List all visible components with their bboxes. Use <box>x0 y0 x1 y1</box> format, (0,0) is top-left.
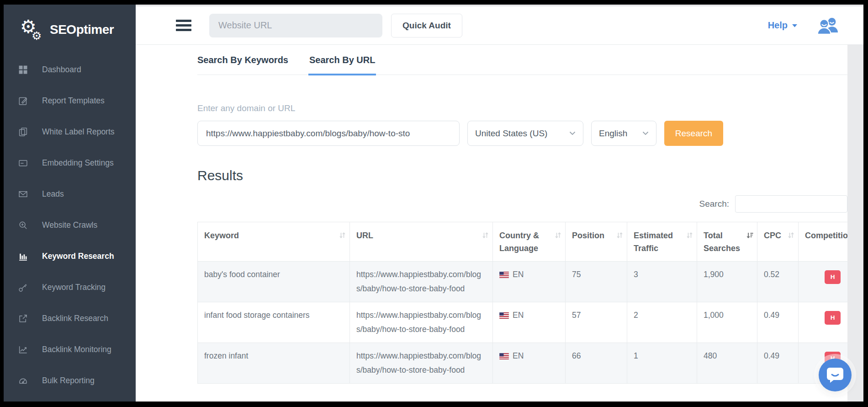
tab-search-by-keywords[interactable]: Search By Keywords <box>197 55 288 75</box>
us-flag-icon <box>499 353 509 359</box>
country-select[interactable]: United States (US) <box>467 121 583 146</box>
sort-icon[interactable] <box>616 230 623 243</box>
language-select-value: English <box>599 129 627 139</box>
sidebar-item-dashboard[interactable]: Dashboard <box>4 54 136 85</box>
column-header-cpc[interactable]: CPC <box>757 222 799 262</box>
country-language-cell: EN <box>493 302 566 343</box>
country-language-cell: EN <box>493 343 566 384</box>
sidebar-item-label: Keyword Research <box>42 252 114 261</box>
hamburger-menu-icon[interactable] <box>176 17 191 33</box>
search-plus-icon <box>18 220 28 230</box>
competition-badge: H <box>825 311 841 325</box>
domain-field-label: Enter any domain or URL <box>197 103 847 113</box>
country-select-value: United States (US) <box>475 129 547 139</box>
table-search-input[interactable] <box>735 195 847 213</box>
sidebar-item-keyword-tracking[interactable]: Keyword Tracking <box>4 272 136 303</box>
chat-launcher-button[interactable] <box>819 359 852 391</box>
key-icon <box>18 282 28 292</box>
sort-icon[interactable] <box>482 230 489 243</box>
sidebar-item-label: Embedding Settings <box>42 158 114 168</box>
column-header-total-searches[interactable]: Total Searches <box>697 222 757 262</box>
sidebar-item-label: Bulk Reporting <box>42 376 95 386</box>
estimated-traffic-cell: 2 <box>627 302 697 343</box>
sort-icon[interactable] <box>555 230 561 243</box>
sidebar-item-label: Backlink Research <box>42 314 108 323</box>
sort-icon[interactable] <box>339 230 346 243</box>
language-code: EN <box>513 311 524 320</box>
position-cell: 66 <box>566 343 627 384</box>
sidebar-item-backlink-research[interactable]: Backlink Research <box>4 303 136 334</box>
sidebar-item-report-templates[interactable]: Report Templates <box>4 85 136 116</box>
website-url-input[interactable] <box>209 14 382 37</box>
chevron-down-icon <box>569 131 576 135</box>
column-header-estimated-traffic[interactable]: Estimated Traffic <box>627 222 697 262</box>
sort-icon[interactable] <box>788 230 794 243</box>
caret-down-icon <box>792 24 798 27</box>
sidebar-item-leads[interactable]: Leads <box>4 178 136 209</box>
results-table-wrap: Keyword URL Country & Language <box>197 222 847 384</box>
sidebar-item-keyword-research[interactable]: Keyword Research <box>4 241 136 272</box>
app-window: ⚙⚙ SEOptimer Dashboard Report Templates <box>4 5 863 402</box>
sidebar-item-label: Report Templates <box>42 96 105 106</box>
sort-icon[interactable] <box>686 230 693 243</box>
sidebar: ⚙⚙ SEOptimer Dashboard Report Templates <box>4 5 136 402</box>
sidebar-item-embedding-settings[interactable]: Embedding Settings <box>4 147 136 178</box>
help-label: Help <box>768 20 788 31</box>
us-flag-icon <box>499 312 509 319</box>
account-users-button[interactable] <box>817 17 839 34</box>
scroll-gutter[interactable] <box>847 45 863 402</box>
sidebar-nav: Dashboard Report Templates White Label R… <box>4 54 136 396</box>
chevron-down-icon <box>642 131 649 135</box>
language-select[interactable]: English <box>591 121 656 146</box>
external-link-icon <box>18 313 28 323</box>
sidebar-item-label: Dashboard <box>42 65 81 75</box>
url-cell: https://www.happiestbaby.com/blogs/baby/… <box>350 302 493 343</box>
domain-url-input[interactable] <box>197 121 460 146</box>
users-icon <box>817 17 839 34</box>
competition-cell: H <box>799 262 848 302</box>
competition-cell: H <box>799 302 848 343</box>
table-search-row: Search: <box>197 195 847 213</box>
estimated-traffic-cell: 3 <box>627 262 697 302</box>
sidebar-item-label: Leads <box>42 189 64 199</box>
sidebar-item-website-crawls[interactable]: Website Crawls <box>4 209 136 241</box>
tab-search-by-url[interactable]: Search By URL <box>309 55 376 75</box>
main-column: Quick Audit Help <box>136 5 863 402</box>
sidebar-item-label: Website Crawls <box>42 220 97 230</box>
table-header-row: Keyword URL Country & Language <box>198 222 848 262</box>
column-header-country-language[interactable]: Country & Language <box>493 222 566 262</box>
seoptimer-logo[interactable]: ⚙⚙ SEOptimer <box>4 5 136 43</box>
cpc-cell: 0.49 <box>757 343 799 384</box>
search-tabs: Search By Keywords Search By URL <box>197 45 847 75</box>
embed-card-icon <box>18 158 28 168</box>
total-searches-cell: 480 <box>697 343 757 384</box>
envelope-icon <box>18 189 28 199</box>
country-language-cell: EN <box>493 262 566 302</box>
gears-logo-icon: ⚙⚙ <box>20 16 46 43</box>
cpc-cell: 0.49 <box>757 302 799 343</box>
cpc-cell: 0.52 <box>757 262 799 302</box>
column-header-competition[interactable]: Competition <box>799 222 848 262</box>
us-flag-icon <box>499 272 509 278</box>
edit-icon <box>18 96 28 106</box>
results-table: Keyword URL Country & Language <box>197 222 847 384</box>
dashboard-icon <box>18 64 28 75</box>
sidebar-item-white-label-reports[interactable]: White Label Reports <box>4 116 136 147</box>
sidebar-item-label: White Label Reports <box>42 127 115 137</box>
sidebar-item-backlink-monitoring[interactable]: Backlink Monitoring <box>4 334 136 365</box>
sidebar-item-bulk-reporting[interactable]: Bulk Reporting <box>4 365 136 396</box>
main-content: Search By Keywords Search By URL Enter a… <box>136 45 847 402</box>
position-cell: 57 <box>566 302 627 343</box>
sort-desc-icon[interactable] <box>746 230 753 243</box>
total-searches-cell: 1,900 <box>697 262 757 302</box>
column-header-position[interactable]: Position <box>566 222 627 262</box>
results-title: Results <box>197 168 847 183</box>
logo-text: SEOptimer <box>50 22 114 37</box>
bar-chart-icon <box>18 251 28 261</box>
quick-audit-button[interactable]: Quick Audit <box>391 14 462 37</box>
sidebar-item-label: Backlink Monitoring <box>42 345 111 354</box>
research-button[interactable]: Research <box>664 121 723 146</box>
help-menu[interactable]: Help <box>768 20 798 31</box>
column-header-keyword[interactable]: Keyword <box>198 222 350 262</box>
column-header-url[interactable]: URL <box>350 222 493 262</box>
